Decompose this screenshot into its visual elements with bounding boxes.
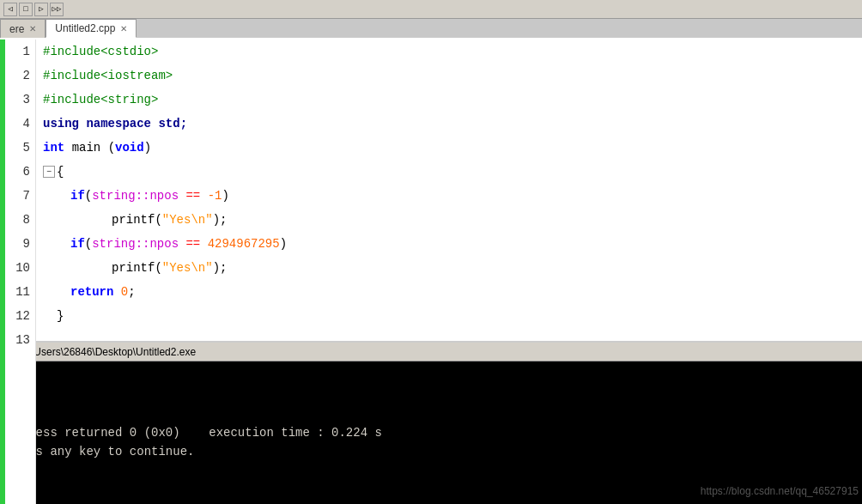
code-token: return	[70, 285, 113, 299]
code-token: #include<iostream>	[43, 69, 173, 82]
console-title-bar: C:\Users\26846\Desktop\Untitled2.exe	[36, 343, 862, 361]
console-empty	[36, 404, 860, 423]
code-token: if	[70, 237, 85, 251]
toolbar-btn-3[interactable]: ▷	[34, 3, 48, 16]
code-token: -1	[208, 189, 222, 203]
code-line-10: printf( "Yes\n" );	[36, 256, 862, 280]
line-num-2: 2	[5, 64, 35, 88]
tab-ere-close[interactable]: ✕	[29, 24, 36, 33]
code-token: "Yes\n"	[162, 261, 213, 275]
tab-untitled2-close[interactable]: ✕	[120, 24, 127, 33]
code-token: main	[72, 141, 108, 155]
code-line-12: }	[36, 304, 862, 328]
code-area[interactable]: #include<cstdio> #include<iostream> #inc…	[36, 39, 862, 504]
line-num-1: 1	[5, 39, 35, 64]
code-line-9: if ( string::npos == 4294967295 )	[36, 232, 862, 256]
code-token: (	[108, 141, 115, 155]
code-line-1: #include<cstdio>	[36, 39, 862, 64]
line-num-13: 13	[5, 328, 35, 352]
editor-container: 1 2 3 4 5 6 7 8 9 10 11 12 13 #include<c…	[0, 39, 862, 504]
code-token	[64, 141, 71, 155]
line-num-10: 10	[5, 256, 35, 280]
code-token: if	[70, 189, 85, 203]
console-line-2: Yes	[36, 386, 860, 404]
code-token: );	[213, 213, 228, 227]
code-token: string::npos	[92, 189, 179, 203]
line-num-7: 7	[5, 184, 35, 208]
code-line-6: − {	[36, 160, 862, 184]
code-token: ;	[128, 285, 135, 299]
toolbar: ◁ □ ▷ ▷▷	[0, 0, 862, 19]
code-token: {	[57, 165, 64, 179]
code-line-5: int main ( void )	[36, 136, 862, 160]
code-line-3: #include<string>	[36, 88, 862, 112]
tab-bar: ere ✕ Untitled2.cpp ✕	[0, 19, 862, 39]
code-token: int	[43, 141, 64, 155]
code-token: (	[85, 189, 92, 203]
code-line-11: return 0 ;	[36, 280, 862, 304]
toolbar-btn-2[interactable]: □	[19, 3, 33, 16]
fold-icon-6[interactable]: −	[43, 166, 55, 178]
code-line-8: printf( "Yes\n" );	[36, 208, 862, 232]
tab-ere-label: ere	[9, 23, 24, 35]
code-token: )	[280, 237, 287, 251]
code-token: ==	[179, 189, 208, 203]
toolbar-btn-1[interactable]: ◁	[3, 3, 17, 16]
code-token: using namespace std;	[43, 117, 187, 131]
console-title-text: C:\Users\26846\Desktop\Untitled2.exe	[36, 346, 196, 358]
line-num-4: 4	[5, 112, 35, 136]
line-num-5: 5	[5, 136, 35, 160]
line-num-9: 9	[5, 232, 35, 256]
tab-ere[interactable]: ere ✕	[0, 19, 46, 38]
code-token: (	[85, 237, 92, 251]
code-token: 4294967295	[208, 237, 280, 251]
line-num-8: 8	[5, 208, 35, 232]
line-num-3: 3	[5, 88, 35, 112]
code-token: )	[222, 189, 228, 203]
code-line-7: if ( string::npos == -1 )	[36, 184, 862, 208]
code-token: );	[213, 261, 228, 275]
code-token: string::npos	[92, 237, 179, 251]
code-token: 0	[113, 285, 128, 299]
toolbar-btn-4[interactable]: ▷▷	[50, 3, 64, 16]
code-line-4: using namespace std;	[36, 112, 862, 136]
code-token: void	[115, 141, 144, 155]
console-line-1: Yes	[36, 367, 860, 386]
line-num-6: 6	[5, 160, 35, 184]
console-line-3: Process returned 0 (0x0) execution time …	[36, 423, 860, 442]
code-token: printf(	[112, 261, 162, 275]
tab-untitled2[interactable]: Untitled2.cpp ✕	[46, 19, 137, 38]
code-token: #include<string>	[43, 93, 158, 106]
code-token: printf(	[112, 213, 162, 227]
line-num-12: 12	[5, 304, 35, 328]
code-line-2: #include<iostream>	[36, 64, 862, 88]
console-body: Yes Yes Process returned 0 (0x0) executi…	[36, 361, 862, 466]
code-token: #include<cstdio>	[43, 45, 158, 58]
tab-untitled2-label: Untitled2.cpp	[55, 22, 115, 34]
line-numbers: 1 2 3 4 5 6 7 8 9 10 11 12 13	[5, 39, 36, 504]
console-line-4: Press any key to continue.	[36, 442, 860, 461]
line-num-11: 11	[5, 280, 35, 304]
code-token: ==	[179, 237, 208, 251]
code-token: )	[144, 141, 151, 155]
console-overlay: C:\Users\26846\Desktop\Untitled2.exe Yes…	[36, 341, 862, 504]
watermark: https://blog.csdn.net/qq_46527915	[701, 485, 859, 497]
code-token: "Yes\n"	[162, 213, 213, 227]
